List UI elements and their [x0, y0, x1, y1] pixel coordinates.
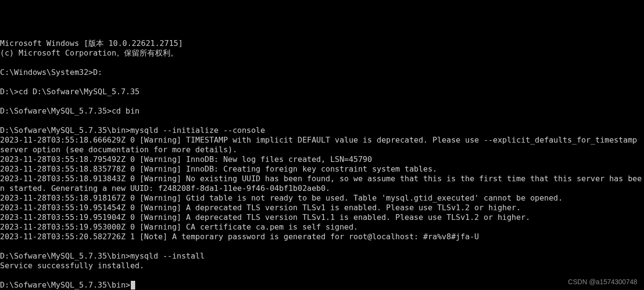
blank-line — [0, 97, 644, 106]
blank-line — [0, 116, 644, 126]
output-line: 2023-11-28T03:55:18.666629Z 0 [Warning] … — [0, 135, 644, 155]
output-line: 2023-11-28T03:55:18.795492Z 0 [Warning] … — [0, 155, 644, 164]
watermark-text: CSDN @a1574300748 — [568, 278, 637, 287]
prompt: D:\Sofware\MySQL_5.7.35\bin> — [0, 126, 130, 135]
prompt: D:\Sofware\MySQL_5.7.35\bin> — [0, 251, 130, 261]
blank-line — [0, 271, 644, 280]
cursor-icon — [131, 281, 135, 290]
prompt: D:\> — [0, 87, 19, 96]
cmd-line-0: C:\Windows\System32>D: — [0, 68, 644, 77]
blank-line — [0, 77, 644, 87]
blank-line — [0, 242, 644, 251]
output-line: 2023-11-28T03:55:18.918167Z 0 [Warning] … — [0, 193, 644, 203]
output-line: 2023-11-28T03:55:19.951454Z 0 [Warning] … — [0, 203, 644, 213]
command-text: cd D:\Sofware\MySQL_5.7.35 — [19, 87, 140, 96]
prompt: C:\Windows\System32> — [0, 68, 93, 77]
output-line: 2023-11-28T03:55:18.835778Z 0 [Warning] … — [0, 164, 644, 174]
output-line: 2023-11-28T03:55:20.582726Z 1 [Note] A t… — [0, 232, 644, 242]
output-line: 2023-11-28T03:55:18.913843Z 0 [Warning] … — [0, 174, 644, 193]
cmd-line-1: D:\>cd D:\Sofware\MySQL_5.7.35 — [0, 87, 644, 97]
prompt: D:\Sofware\MySQL_5.7.35> — [0, 106, 112, 116]
output-line: 2023-11-28T03:55:19.951904Z 0 [Warning] … — [0, 213, 644, 222]
output-line: 2023-11-28T03:55:19.953000Z 0 [Warning] … — [0, 222, 644, 232]
header-copyright: (c) Microsoft Corporation。保留所有权利。 — [0, 48, 644, 58]
cmd-line-install: D:\Sofware\MySQL_5.7.35\bin>mysqld --ins… — [0, 251, 644, 261]
blank-line — [0, 58, 644, 68]
install-result: Service successfully installed. — [0, 261, 644, 271]
header-version: Microsoft Windows [版本 10.0.22621.2715] — [0, 39, 644, 48]
cmd-line-3: D:\Sofware\MySQL_5.7.35\bin>mysqld --ini… — [0, 126, 644, 135]
prompt: D:\Sofware\MySQL_5.7.35\bin> — [0, 280, 130, 290]
command-text: D: — [93, 68, 102, 77]
cmd-line-2: D:\Sofware\MySQL_5.7.35>cd bin — [0, 106, 644, 116]
command-text: mysqld --install — [130, 251, 205, 261]
command-text: mysqld --initialize --console — [130, 126, 265, 135]
current-prompt-line[interactable]: D:\Sofware\MySQL_5.7.35\bin> — [0, 280, 644, 290]
terminal-output[interactable]: Microsoft Windows [版本 10.0.22621.2715](c… — [0, 39, 644, 290]
command-text: cd bin — [112, 106, 140, 116]
